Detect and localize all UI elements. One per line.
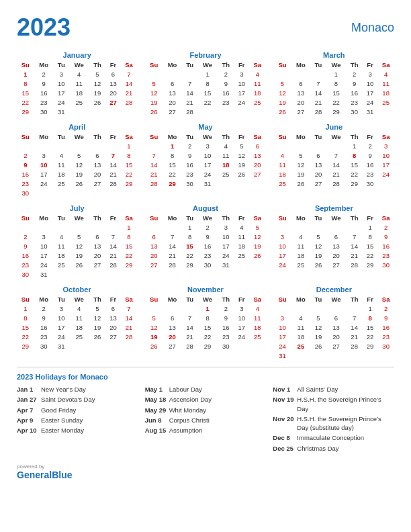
day-header-fr: Fr bbox=[363, 214, 377, 222]
cal-day: 26 bbox=[234, 169, 249, 179]
cal-day: 1 bbox=[182, 222, 197, 232]
cal-day: 6 bbox=[291, 79, 310, 88]
holiday-column-2: May 1Labour DayMay 18Ascension DayMay 29… bbox=[145, 385, 267, 454]
holiday-name: Good Friday bbox=[41, 406, 76, 414]
cal-day: 8 bbox=[346, 150, 363, 160]
cal-day: 12 bbox=[291, 160, 310, 169]
cal-day: 23 bbox=[34, 97, 54, 107]
cal-day: 9 bbox=[34, 79, 54, 88]
cal-day bbox=[121, 269, 138, 279]
day-header-th: Th bbox=[346, 295, 363, 304]
cal-day: 11 bbox=[249, 313, 266, 322]
holiday-name: H.S.H. the Sovereign Prince's Day bbox=[297, 395, 394, 413]
holiday-name: New Year's Day bbox=[41, 385, 86, 394]
day-header-su: Su bbox=[17, 214, 34, 222]
cal-day: 5 bbox=[291, 150, 310, 160]
cal-day bbox=[218, 179, 234, 188]
cal-day bbox=[310, 222, 326, 232]
cal-day: 27 bbox=[89, 179, 106, 188]
cal-day: 15 bbox=[163, 160, 182, 169]
cal-day: 18 bbox=[377, 88, 394, 97]
cal-day: 10 bbox=[197, 150, 218, 160]
cal-day: 23 bbox=[182, 169, 197, 179]
day-header-tu: Tu bbox=[54, 214, 69, 222]
cal-day: 23 bbox=[17, 260, 34, 269]
cal-day: 27 bbox=[163, 107, 182, 116]
holiday-date: Jan 1 bbox=[17, 385, 38, 394]
month-title: August bbox=[145, 204, 265, 212]
cal-day: 18 bbox=[249, 88, 266, 97]
cal-day: 12 bbox=[310, 241, 326, 251]
cal-day: 29 bbox=[121, 179, 138, 188]
holiday-name: All Saints' Day bbox=[297, 385, 338, 394]
cal-day: 5 bbox=[234, 141, 249, 150]
cal-day: 10 bbox=[218, 232, 234, 241]
cal-day: 5 bbox=[310, 313, 326, 322]
cal-day: 8 bbox=[197, 313, 218, 322]
cal-day: 5 bbox=[69, 150, 89, 160]
cal-day: 16 bbox=[377, 322, 394, 332]
cal-day: 30 bbox=[346, 107, 363, 116]
cal-day bbox=[346, 351, 363, 360]
day-header-su: Su bbox=[145, 295, 163, 304]
cal-day: 27 bbox=[163, 341, 182, 351]
cal-day: 5 bbox=[89, 304, 106, 313]
cal-day: 11 bbox=[69, 313, 89, 322]
cal-day bbox=[291, 222, 310, 232]
cal-day: 29 bbox=[121, 260, 138, 269]
month-january: JanuarySuMoTuWeThFrSa1234567891011121314… bbox=[17, 51, 137, 116]
cal-day: 13 bbox=[163, 322, 182, 332]
month-title: October bbox=[17, 285, 137, 294]
cal-day: 20 bbox=[291, 97, 310, 107]
cal-day: 8 bbox=[121, 150, 138, 160]
cal-day: 14 bbox=[346, 241, 363, 251]
cal-day: 16 bbox=[182, 160, 197, 169]
cal-day bbox=[346, 304, 363, 313]
cal-day: 29 bbox=[197, 341, 218, 351]
cal-day: 17 bbox=[218, 241, 234, 251]
cal-day: 25 bbox=[291, 260, 310, 269]
day-header-th: Th bbox=[346, 60, 363, 69]
cal-table: SuMoTuWeThFrSa12345678910111213141516171… bbox=[145, 295, 265, 351]
cal-day: 29 bbox=[163, 179, 182, 188]
cal-day bbox=[377, 107, 394, 116]
cal-day bbox=[291, 69, 310, 79]
cal-day: 18 bbox=[291, 332, 310, 341]
cal-day: 26 bbox=[69, 260, 89, 269]
holiday-name: Easter Sunday bbox=[41, 416, 83, 425]
cal-day: 24 bbox=[234, 97, 249, 107]
cal-day: 23 bbox=[218, 97, 234, 107]
cal-day: 27 bbox=[326, 341, 347, 351]
cal-day: 31 bbox=[197, 179, 218, 188]
day-header-sa: Sa bbox=[121, 132, 138, 141]
day-header-th: Th bbox=[218, 132, 234, 141]
cal-day: 2 bbox=[17, 150, 34, 160]
cal-day bbox=[234, 341, 249, 351]
month-title: June bbox=[274, 123, 394, 131]
cal-day: 18 bbox=[249, 322, 266, 332]
cal-day: 5 bbox=[249, 222, 266, 232]
list-item: May 29Whit Monday bbox=[145, 406, 267, 414]
cal-day: 1 bbox=[163, 141, 182, 150]
cal-day bbox=[145, 69, 163, 79]
cal-day: 21 bbox=[326, 169, 347, 179]
cal-day: 1 bbox=[346, 141, 363, 150]
cal-day: 9 bbox=[197, 232, 218, 241]
cal-day: 11 bbox=[291, 322, 310, 332]
cal-day: 20 bbox=[163, 97, 182, 107]
cal-day: 16 bbox=[34, 88, 54, 97]
cal-day: 18 bbox=[234, 241, 249, 251]
cal-day: 25 bbox=[249, 97, 266, 107]
cal-day: 1 bbox=[363, 304, 377, 313]
cal-day: 26 bbox=[145, 107, 163, 116]
day-header-mo: Mo bbox=[163, 214, 182, 222]
cal-day: 21 bbox=[310, 97, 326, 107]
holidays-columns: Jan 1New Year's DayJan 27Saint Devota's … bbox=[17, 385, 394, 454]
cal-day: 7 bbox=[310, 79, 326, 88]
cal-day: 30 bbox=[182, 179, 197, 188]
month-may: MaySuMoTuWeThFrSa12345678910111213141516… bbox=[145, 123, 265, 197]
cal-day bbox=[105, 269, 120, 279]
day-header-mo: Mo bbox=[34, 60, 54, 69]
cal-day: 17 bbox=[197, 160, 218, 169]
cal-day: 21 bbox=[346, 251, 363, 260]
